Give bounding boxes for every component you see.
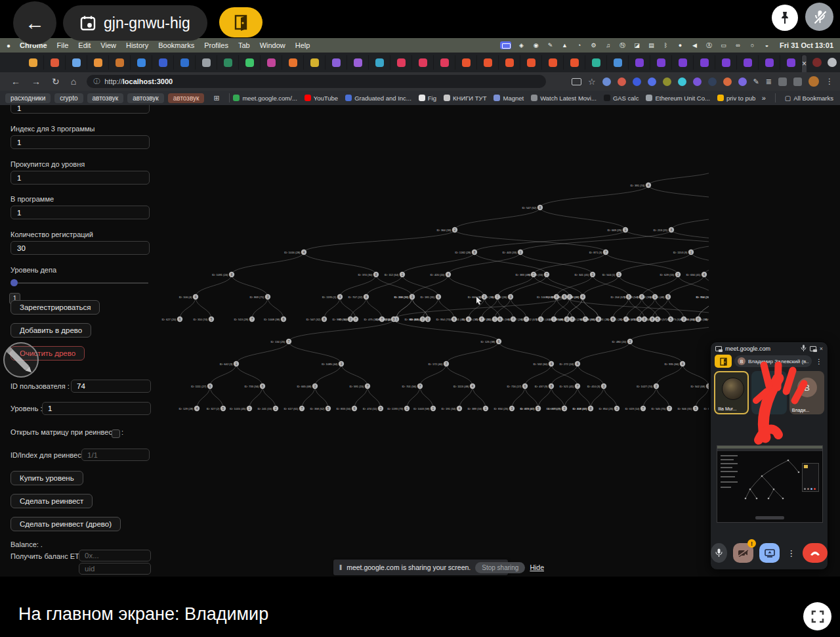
extension-icon[interactable] bbox=[648, 77, 656, 86]
menu-item-file[interactable]: File bbox=[57, 41, 69, 49]
reinvest-tree-button[interactable]: Сделать реинвест (древо) bbox=[10, 517, 121, 531]
extension-icon[interactable] bbox=[778, 77, 787, 86]
uid-input[interactable] bbox=[79, 563, 151, 575]
participant-tile-middle[interactable] bbox=[751, 371, 786, 414]
status-icon[interactable]: ◪ bbox=[633, 42, 641, 49]
bookmark-item[interactable]: КНИГИ ТУТ bbox=[444, 95, 486, 102]
browser-tab[interactable] bbox=[347, 55, 369, 70]
menu-item-profiles[interactable]: Profiles bbox=[204, 41, 228, 49]
pip-mic-icon[interactable] bbox=[801, 345, 807, 352]
reinvest-button[interactable]: Сделать реинвест bbox=[10, 494, 93, 508]
pip-speaker-pill[interactable]: В Владимир Залевский (в... bbox=[734, 355, 812, 367]
bookmark-item[interactable]: Ethereum Unit Co... bbox=[646, 95, 709, 102]
status-icon[interactable]: Ⓐ bbox=[705, 41, 713, 50]
browser-tab[interactable] bbox=[196, 55, 217, 70]
pip-title-bar[interactable]: meet.google.com × bbox=[711, 342, 828, 353]
browser-tab[interactable] bbox=[22, 55, 44, 70]
pip-menu-icon[interactable]: ⋮ bbox=[814, 358, 824, 365]
bookmark-item[interactable]: Fig bbox=[419, 95, 436, 102]
hide-link[interactable]: Hide bbox=[530, 563, 544, 571]
browser-tab[interactable] bbox=[780, 55, 802, 70]
browser-tab[interactable] bbox=[542, 55, 564, 70]
active-tab[interactable]: × bbox=[802, 55, 807, 72]
reload-icon[interactable]: ↻ bbox=[52, 76, 60, 87]
chrome-menu-icon[interactable]: ⋮ bbox=[826, 77, 833, 86]
tab-extra-icon[interactable] bbox=[812, 58, 822, 67]
browser-tab[interactable] bbox=[434, 55, 455, 70]
bookmark-pill[interactable]: crypto bbox=[54, 93, 83, 103]
tab-close-icon[interactable]: × bbox=[802, 59, 807, 68]
mic-button[interactable] bbox=[711, 543, 727, 563]
browser-tab[interactable] bbox=[87, 55, 109, 70]
menu-item-window[interactable]: Window bbox=[260, 41, 285, 49]
pip-expand-icon[interactable] bbox=[810, 346, 816, 351]
browser-tab[interactable] bbox=[44, 55, 66, 70]
home-icon[interactable]: ⌂ bbox=[71, 76, 76, 87]
pin-button[interactable] bbox=[772, 5, 798, 31]
bookmark-pill[interactable]: автозвук bbox=[87, 93, 124, 103]
menu-item-history[interactable]: History bbox=[126, 41, 148, 49]
participant-tile-vladimir[interactable]: B Влади... bbox=[789, 371, 824, 414]
extension-icon[interactable] bbox=[602, 77, 611, 86]
browser-tab[interactable] bbox=[759, 55, 780, 70]
menu-item-bookmarks[interactable]: Bookmarks bbox=[158, 41, 194, 49]
bookmark-pill[interactable]: автозвук bbox=[127, 93, 164, 103]
browser-tab[interactable] bbox=[390, 55, 412, 70]
browser-tab[interactable] bbox=[499, 55, 520, 70]
bookmarks-overflow-icon[interactable]: » bbox=[762, 94, 766, 102]
user-id-input[interactable] bbox=[71, 380, 151, 393]
stop-sharing-button[interactable]: Stop sharing bbox=[475, 562, 525, 573]
browser-tab[interactable] bbox=[109, 55, 131, 70]
status-icon[interactable]: ▤ bbox=[647, 42, 656, 49]
extension-icon[interactable] bbox=[618, 77, 626, 86]
mic-off-button[interactable] bbox=[805, 3, 833, 31]
browser-tab[interactable] bbox=[304, 55, 326, 70]
forward-nav-icon[interactable]: → bbox=[32, 76, 41, 87]
eth-address-input[interactable] bbox=[79, 550, 151, 561]
status-icon[interactable]: ◒ bbox=[763, 42, 771, 49]
index3-input[interactable] bbox=[10, 135, 150, 149]
status-icon[interactable]: Ⓝ bbox=[618, 41, 627, 50]
status-icon[interactable]: ⚙ bbox=[589, 42, 598, 49]
cast-icon[interactable] bbox=[572, 78, 581, 85]
page-url[interactable]: http://localhost:3000 bbox=[104, 77, 173, 85]
status-icon[interactable]: ▭ bbox=[719, 42, 728, 49]
level-input[interactable] bbox=[42, 402, 151, 415]
extension-icon[interactable] bbox=[708, 77, 717, 86]
bookmark-pill[interactable]: автозвук bbox=[168, 93, 205, 103]
bookmark-item[interactable]: priv to pub bbox=[717, 95, 755, 102]
status-icon[interactable]: ○ bbox=[748, 42, 757, 49]
status-icon[interactable]: ◈ bbox=[517, 42, 526, 49]
all-bookmarks-button[interactable]: ▢ All Bookmarks bbox=[785, 95, 833, 102]
buyup-input[interactable] bbox=[10, 171, 150, 185]
bookmark-item[interactable]: meet.google.com/... bbox=[233, 95, 297, 102]
extension-icon[interactable]: ≣ bbox=[766, 77, 772, 86]
browser-tab[interactable] bbox=[564, 55, 585, 70]
status-icon[interactable]: ◀ bbox=[690, 42, 699, 49]
register-button[interactable]: Зарегестрироваться bbox=[10, 300, 100, 315]
back-nav-icon[interactable]: ← bbox=[11, 76, 20, 87]
browser-tab[interactable] bbox=[650, 55, 672, 70]
screen-share-preview[interactable] bbox=[717, 445, 823, 523]
browser-tab[interactable] bbox=[672, 55, 694, 70]
screen-sharing-indicator-icon[interactable] bbox=[500, 41, 511, 49]
more-options-button[interactable]: ⋮ bbox=[786, 548, 797, 558]
browser-tab[interactable] bbox=[520, 55, 542, 70]
clear-tree-button[interactable]: Очистить древо bbox=[10, 346, 85, 361]
reinvest-id-input[interactable] bbox=[81, 449, 150, 461]
browser-tab[interactable] bbox=[282, 55, 304, 70]
pip-close-icon[interactable]: × bbox=[820, 345, 823, 352]
extension-icon[interactable] bbox=[723, 77, 732, 86]
browser-tab[interactable] bbox=[66, 55, 87, 70]
pip-leave-button[interactable] bbox=[715, 355, 732, 368]
status-icon[interactable]: ∞ bbox=[734, 42, 742, 49]
browser-tab[interactable] bbox=[607, 55, 629, 70]
browser-tab[interactable] bbox=[715, 55, 737, 70]
bookmark-item[interactable]: GAS calc bbox=[604, 95, 639, 102]
slider-handle[interactable] bbox=[10, 279, 18, 286]
menu-item-tab[interactable]: Tab bbox=[238, 41, 250, 49]
menu-item-help[interactable]: Help bbox=[295, 41, 310, 49]
program-input[interactable] bbox=[10, 206, 150, 219]
bookmark-item[interactable]: Magnet bbox=[494, 95, 524, 102]
leave-meeting-button[interactable] bbox=[219, 7, 262, 37]
